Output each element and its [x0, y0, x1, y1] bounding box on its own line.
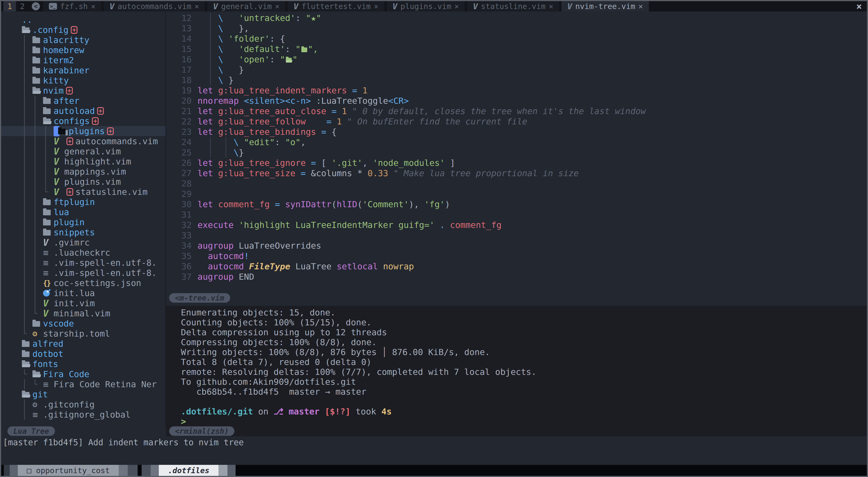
line-number: 20: [166, 96, 197, 106]
item-label: vscode: [43, 318, 74, 329]
indent-guide: │: [22, 116, 32, 126]
sidebar-item-general-vim[interactable]: │││Vgeneral.vim: [1, 146, 165, 157]
indent-guide: │: [32, 136, 43, 146]
sidebar-item-config[interactable]: .config+: [1, 25, 165, 35]
folder-icon: [22, 349, 32, 359]
sidebar-item-fira-code[interactable]: └Fira Code: [1, 369, 165, 379]
close-icon[interactable]: ×: [454, 2, 459, 11]
editor-line: 32execute 'highlight LuaTreeIndentMarker…: [166, 220, 867, 230]
sidebar-item-vim-spell-en-utf-8[interactable]: ││≡.vim-spell-en.utf-8.: [1, 258, 165, 268]
git-dirty-badge: +: [66, 188, 73, 196]
code-text: let g:lua_tree_size = &columns * 0.33 " …: [197, 168, 579, 178]
sidebar-item-iterm2[interactable]: │iterm2: [1, 55, 165, 65]
tmux-window-opportunity-cost[interactable]: □ opportunity_cost: [18, 465, 119, 476]
sidebar-item-gvimrc[interactable]: ││V.gvimrc: [1, 237, 165, 247]
folder-icon: [32, 45, 43, 55]
sidebar-item-after[interactable]: ││after: [1, 96, 165, 106]
sidebar-item-plugins-vim[interactable]: │││Vplugins.vim: [1, 177, 165, 187]
tab-fzf-sh[interactable]: fzf.sh×: [43, 1, 101, 11]
tab-autocommands-vim[interactable]: Vautocommands.vim×: [103, 1, 205, 11]
editor-line: 33: [166, 230, 867, 241]
item-label: coc-settings.json: [54, 278, 141, 288]
sidebar-item-mappings-vim[interactable]: │││Vmappings.vim: [1, 167, 165, 177]
indent-guide: │: [22, 268, 32, 278]
tabpage-2[interactable]: 2: [16, 1, 29, 11]
item-label: starship.toml: [43, 329, 110, 339]
close-icon[interactable]: ×: [91, 2, 95, 11]
sidebar-item-coc-settings-json[interactable]: ││{}coc-settings.json: [1, 278, 165, 288]
sidebar-item-starship-toml[interactable]: └⚙starship.toml: [1, 329, 165, 339]
history-back-icon[interactable]: <: [32, 2, 40, 10]
close-icon[interactable]: ×: [638, 2, 643, 11]
sidebar-item-fonts[interactable]: fonts: [1, 359, 165, 369]
code-text: autocmd FileType LuaTree setlocal nowrap: [197, 261, 414, 272]
indent-guide: │: [22, 35, 32, 45]
item-label: fonts: [32, 359, 58, 369]
sidebar-item-plugin[interactable]: ││plugin: [1, 217, 165, 227]
sidebar-item-kitty[interactable]: │kitty: [1, 75, 165, 86]
item-label: init.vim: [54, 298, 95, 308]
sidebar-item-plugins[interactable]: │││plugins+: [1, 126, 165, 136]
tabpage-1[interactable]: 1: [3, 1, 16, 11]
sidebar-item-homebrew[interactable]: │homebrew: [1, 45, 165, 55]
code-text: │ \ 'default': "",: [197, 44, 318, 54]
close-icon[interactable]: ×: [549, 2, 553, 11]
terminal-line: Writing objects: 100% (8/8), 876 bytes │…: [181, 347, 867, 357]
terminal-output[interactable]: Enumerating objects: 15, done.Counting o…: [166, 306, 867, 426]
sidebar-item-luacheckrc[interactable]: ││≡.luacheckrc: [1, 247, 165, 258]
close-all-icon[interactable]: ×: [856, 1, 867, 12]
sidebar-item-alfred[interactable]: alfred: [1, 339, 165, 349]
folder-open-icon: [22, 389, 32, 399]
sidebar-item-autoload[interactable]: ││autoload+: [1, 106, 165, 116]
sidebar-item-vscode[interactable]: │vscode: [1, 318, 165, 329]
sidebar-item-lua[interactable]: ││lua: [1, 207, 165, 217]
sidebar-item-nvim[interactable]: │nvim+: [1, 86, 165, 96]
close-icon[interactable]: ×: [374, 2, 378, 11]
close-icon[interactable]: ×: [275, 2, 279, 11]
code-text: execute 'highlight LuaTreeIndentMarker g…: [197, 220, 502, 230]
close-icon[interactable]: ×: [194, 2, 199, 11]
sidebar-item-autocommands-vim[interactable]: │││V+autocommands.vim: [1, 136, 165, 146]
sidebar-item-minimal-vim[interactable]: │└Vminimal.vim: [1, 308, 165, 318]
sidebar-item-fira-code-retina-ner[interactable]: │└≡Fira Code Retina Ner: [1, 379, 165, 389]
folder-icon: [43, 96, 54, 106]
sidebar-item-highlight-vim[interactable]: │││Vhighlight.vim: [1, 157, 165, 167]
vim-icon: V: [54, 177, 64, 187]
tab-general-vim[interactable]: Vgeneral.vim×: [207, 1, 285, 11]
editor-filename-pill: <m-tree.vim: [169, 293, 230, 303]
sidebar-item-configs[interactable]: ││configs+: [1, 116, 165, 126]
sidebar-item-snippets[interactable]: ││snippets: [1, 227, 165, 237]
tab-nvim-tree-vim[interactable]: Vnvim-tree.vim×: [561, 1, 649, 11]
item-label: snippets: [54, 228, 95, 237]
sidebar-item-vim-spell-en-utf-8[interactable]: ││≡.vim-spell-en.utf-8.: [1, 268, 165, 278]
sidebar-item-karabiner[interactable]: │karabiner: [1, 65, 165, 75]
sidebar-item-alacritty[interactable]: │alacritty: [1, 35, 165, 45]
terminal-line: Enumerating objects: 15, done.: [181, 308, 867, 317]
tab-label: statusline.vim: [481, 2, 546, 11]
editor-buffer[interactable]: 12 │ \ 'untracked': "★"13 │ \ },14 │ \ '…: [166, 11, 867, 293]
sidebar-item-ftplugin[interactable]: ││ftplugin: [1, 197, 165, 207]
sidebar-item-init-vim[interactable]: ││Vinit.vim: [1, 298, 165, 308]
tab-statusline-vim[interactable]: Vstatusline.vim×: [467, 1, 559, 11]
indent-guide: └: [22, 369, 32, 379]
sidebar-item-statusline-vim[interactable]: ││└V+statusline.vim: [1, 187, 165, 197]
sidebar-item-item[interactable]: ..: [1, 14, 165, 25]
line-number: 22: [166, 116, 197, 127]
tmux-window-dotfiles[interactable]: .dotfiles: [159, 465, 218, 476]
sidebar-item-dotbot[interactable]: dotbot: [1, 349, 165, 359]
tab-fluttertest-vim[interactable]: Vfluttertest.vim×: [288, 1, 384, 11]
editor-line: 35 autocmd!: [166, 251, 867, 261]
indent-guide: │: [32, 106, 43, 116]
code-text: │ │ \ "edit": "o",: [197, 137, 306, 147]
git-dirty-badge: +: [97, 107, 104, 115]
editor-line: 24 │ │ \ "edit": "o",: [166, 137, 867, 147]
sidebar-item-init-lua[interactable]: ││init.lua: [1, 288, 165, 298]
indent-guide: │: [22, 298, 32, 308]
file-tree-sidebar[interactable]: ...config+│alacritty│homebrew│iterm2│kar…: [1, 11, 166, 426]
indent-guide: │: [22, 86, 32, 96]
indent-guide: │: [32, 187, 43, 197]
sidebar-item-git[interactable]: git: [1, 389, 165, 399]
tab-plugins-vim[interactable]: Vplugins.vim×: [387, 1, 465, 11]
sidebar-item-gitconfig[interactable]: │⚙.gitconfig: [1, 399, 165, 409]
sidebar-item-gitignore-global[interactable]: │≡.gitignore_global: [1, 409, 165, 420]
